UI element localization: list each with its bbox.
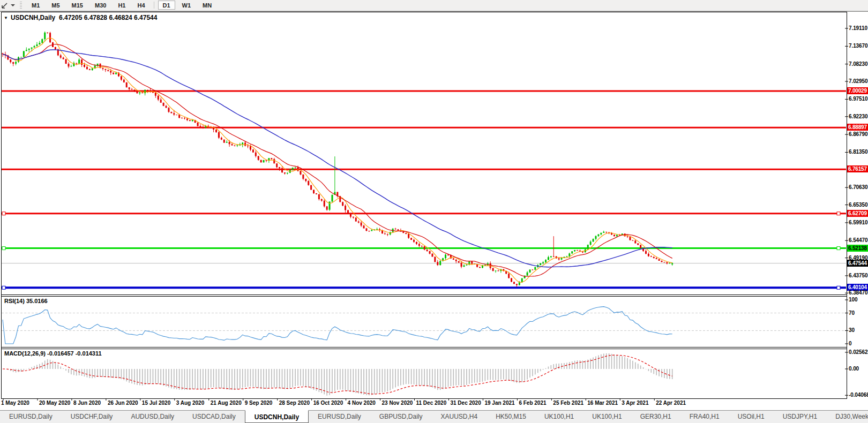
cursor-tool-icon[interactable] xyxy=(0,1,10,10)
line-handle[interactable] xyxy=(837,247,840,250)
tab-audusd-daily[interactable]: AUDUSD,Daily xyxy=(122,411,183,423)
chart-tab-bar: EURUSD,DailyUSDCHF,DailyAUDUSD,DailyUSDC… xyxy=(0,410,868,423)
tab-uk100-h1[interactable]: UK100,H1 xyxy=(535,411,583,423)
tab-uk100-h1[interactable]: UK100,H1 xyxy=(583,411,631,423)
dropdown-caret-icon[interactable] xyxy=(11,4,15,6)
tab-dj30-weekly[interactable]: DJ30,Weekly xyxy=(826,411,868,423)
toolbar-grip-handle[interactable] xyxy=(20,2,22,9)
timeframe-button-group: M1M5M15M30H1H4D1W1MN xyxy=(26,0,218,10)
timeframe-button-m5[interactable]: M5 xyxy=(47,1,64,10)
tab-eurusd-daily[interactable]: EURUSD,Daily xyxy=(0,411,62,423)
axis-ticks xyxy=(3,28,848,401)
tab-usdcad-daily[interactable]: USDCAD,Daily xyxy=(183,411,245,423)
moving-average-line-13 xyxy=(3,44,672,277)
moving-average-line-45 xyxy=(3,50,672,267)
timeframe-button-mn[interactable]: MN xyxy=(198,1,216,10)
rsi-guide-lines xyxy=(2,313,846,331)
tab-eurusd-daily[interactable]: EURUSD,Daily xyxy=(309,411,370,423)
tab-gbpusd-daily[interactable]: GBPUSD,Daily xyxy=(370,411,432,423)
tab-xauusd-h4[interactable]: XAUUSD,H4 xyxy=(431,411,487,423)
moving-average-line-5 xyxy=(3,38,672,282)
price-chart-svg xyxy=(0,0,868,423)
toolbar: M1M5M15M30H1H4D1W1MN xyxy=(0,0,868,10)
line-handle[interactable] xyxy=(2,286,5,289)
tab-ger30-h1[interactable]: GER30,H1 xyxy=(631,411,680,423)
timeframe-button-m1[interactable]: M1 xyxy=(27,1,44,10)
line-handle[interactable] xyxy=(2,247,5,250)
macd-histogram xyxy=(3,353,672,396)
tab-usoil-h1[interactable]: USOil,H1 xyxy=(729,411,774,423)
line-handle[interactable] xyxy=(2,212,5,215)
horizontal-level-lines[interactable] xyxy=(2,91,846,289)
toolbar-separator xyxy=(154,2,154,9)
timeframe-button-d1[interactable]: D1 xyxy=(158,1,175,10)
timeframe-button-h4[interactable]: H4 xyxy=(132,1,149,10)
timeframe-button-h1[interactable]: H1 xyxy=(113,1,130,10)
timeframe-button-w1[interactable]: W1 xyxy=(177,1,196,10)
tab-usdjpy-h1[interactable]: USDJPY,H1 xyxy=(774,411,826,423)
timeframe-button-m15[interactable]: M15 xyxy=(67,1,88,10)
tab-usdchf-daily[interactable]: USDCHF,Daily xyxy=(62,411,122,423)
tab-fra40-h1[interactable]: FRA40,H1 xyxy=(680,411,729,423)
line-handle[interactable] xyxy=(837,286,840,289)
rsi-line xyxy=(3,307,672,344)
tab-usdcnh-daily[interactable]: USDCNH,Daily xyxy=(245,410,309,423)
line-handle[interactable] xyxy=(837,212,840,215)
timeframe-button-m30[interactable]: M30 xyxy=(90,1,111,10)
cursor-arrow-icon xyxy=(1,2,9,9)
tab-hk50-m15[interactable]: HK50,M15 xyxy=(487,411,535,423)
chart-frame xyxy=(2,12,847,399)
toolbar-divider xyxy=(0,10,868,12)
